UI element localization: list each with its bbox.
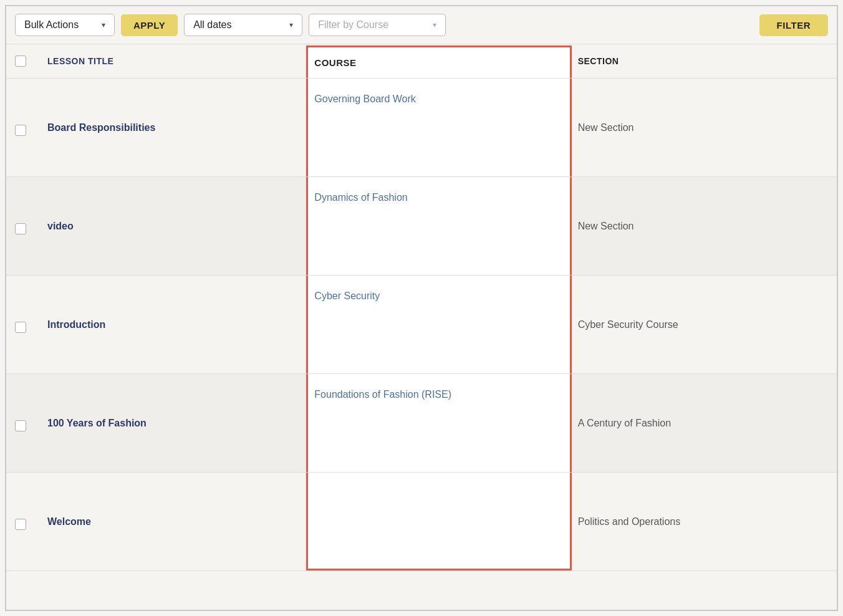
table-row: 100 Years of Fashion Foundations of Fash… <box>6 374 837 473</box>
table-header-row: LESSON TITLE COURSE SECTION <box>6 44 837 79</box>
table-row: Welcome Politics and Operations <box>6 473 837 571</box>
table-row: Board Responsibilities Governing Board W… <box>6 79 837 177</box>
filter-course-dropdown[interactable]: Filter by Course ▾ <box>309 14 446 36</box>
section-cell: Politics and Operations <box>572 501 837 542</box>
filter-course-label: Filter by Course <box>318 19 388 31</box>
table-row: Introduction Cyber Security Cyber Securi… <box>6 276 837 374</box>
bulk-actions-label: Bulk Actions <box>24 19 79 31</box>
row-checkbox-cell <box>6 405 41 441</box>
all-dates-chevron-icon: ▾ <box>289 21 293 29</box>
course-column-header: COURSE <box>306 46 571 78</box>
apply-button[interactable]: APPLY <box>121 14 178 36</box>
table-row: video Dynamics of Fashion New Section <box>6 177 837 276</box>
toolbar: Bulk Actions ▾ APPLY All dates ▾ Filter … <box>6 6 837 44</box>
section-cell: New Section <box>572 107 837 148</box>
section-cell: New Section <box>572 206 837 247</box>
bulk-actions-chevron-icon: ▾ <box>102 21 105 29</box>
select-all-checkbox[interactable] <box>15 55 26 67</box>
row-checkbox-cell <box>6 307 41 343</box>
row-checkbox[interactable] <box>15 125 26 136</box>
course-cell <box>306 473 571 570</box>
lesson-title-cell: Introduction <box>41 304 306 345</box>
row-checkbox-cell <box>6 504 41 540</box>
course-cell: Foundations of Fashion (RISE) <box>306 374 571 472</box>
row-checkbox-cell <box>6 110 41 146</box>
filter-button[interactable]: FILTER <box>759 14 828 36</box>
lesson-title-column-header: LESSON TITLE <box>41 46 306 76</box>
section-cell: Cyber Security Course <box>572 304 837 345</box>
lesson-title-cell: Welcome <box>41 501 306 542</box>
row-checkbox[interactable] <box>15 519 26 530</box>
header-checkbox-cell <box>6 46 41 77</box>
row-checkbox-cell <box>6 208 41 244</box>
row-checkbox[interactable] <box>15 322 26 333</box>
section-column-header: SECTION <box>572 46 837 76</box>
section-cell: A Century of Fashion <box>572 403 837 444</box>
course-cell: Governing Board Work <box>306 79 571 176</box>
course-cell: Cyber Security <box>306 276 571 373</box>
all-dates-label: All dates <box>193 19 231 31</box>
row-checkbox[interactable] <box>15 223 26 234</box>
row-checkbox[interactable] <box>15 420 26 431</box>
all-dates-dropdown[interactable]: All dates ▾ <box>184 14 302 36</box>
bulk-actions-dropdown[interactable]: Bulk Actions ▾ <box>15 14 115 36</box>
lesson-title-cell: video <box>41 206 306 247</box>
lesson-title-cell: Board Responsibilities <box>41 107 306 148</box>
filter-course-chevron-icon: ▾ <box>433 21 436 29</box>
lesson-title-cell: 100 Years of Fashion <box>41 403 306 444</box>
course-cell: Dynamics of Fashion <box>306 177 571 275</box>
lessons-table: LESSON TITLE COURSE SECTION Board Respon… <box>6 44 837 571</box>
